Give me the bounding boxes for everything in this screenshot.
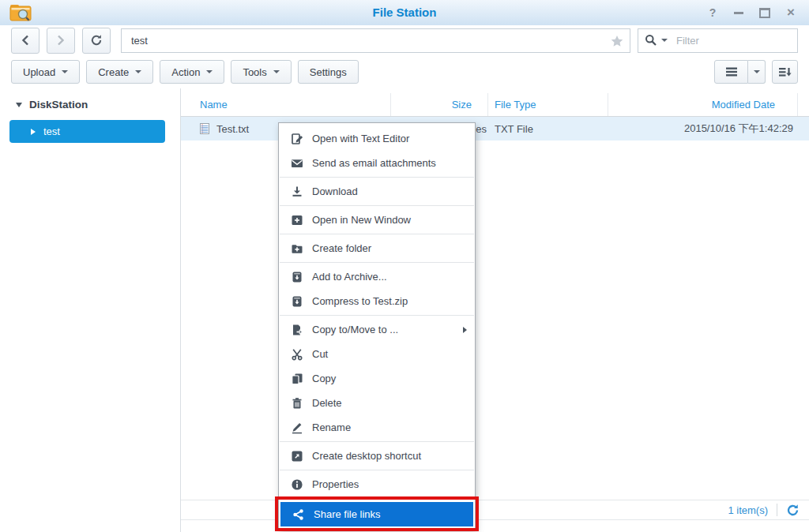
column-header-modified-date[interactable]: Modified Date	[608, 93, 798, 116]
chevron-down-icon	[135, 70, 141, 73]
sidebar-item-diskstation[interactable]: DiskStation	[0, 88, 180, 111]
refresh-button[interactable]	[82, 28, 111, 54]
menu-item-properties[interactable]: Properties	[279, 472, 475, 496]
file-name-label: Test.txt	[216, 123, 249, 135]
menu-item-download[interactable]: Download	[279, 179, 475, 204]
menu-item-label: Send as email attachments	[312, 157, 436, 169]
menu-item-label: Download	[312, 185, 358, 197]
back-button[interactable]	[11, 28, 40, 54]
menu-separator	[280, 234, 474, 234]
path-input[interactable]	[121, 28, 630, 53]
search-options-caret-icon[interactable]	[661, 39, 668, 42]
toolbar-button-label: Upload	[23, 66, 55, 78]
toolbar-button-create[interactable]: Create	[86, 60, 153, 84]
toolbar-button-upload[interactable]: Upload	[11, 60, 80, 84]
email-icon	[291, 157, 303, 170]
menu-separator	[280, 205, 474, 206]
item-count: 1 item(s)	[728, 504, 768, 516]
window-controls: ? ×	[707, 0, 796, 25]
menu-separator	[280, 470, 474, 470]
menu-item-label: Cut	[312, 348, 328, 360]
star-icon[interactable]	[611, 35, 623, 50]
column-header-filler	[798, 93, 809, 116]
archive-icon	[291, 295, 303, 308]
menu-item-label: Create desktop shortcut	[312, 450, 421, 462]
forward-button[interactable]	[47, 28, 75, 54]
column-header-size[interactable]: Size	[391, 93, 488, 116]
menu-separator	[280, 262, 474, 263]
download-icon	[291, 185, 303, 198]
filter-box	[638, 28, 798, 53]
sort-button[interactable]	[772, 60, 798, 84]
toolbar-button-action[interactable]: Action	[160, 60, 224, 84]
menu-item-send-as-email-attachments[interactable]: Send as email attachments	[279, 151, 475, 175]
search-icon[interactable]	[645, 34, 657, 47]
minimize-button[interactable]	[733, 6, 744, 19]
text-file-icon	[198, 122, 211, 135]
menu-item-label: Share file links	[314, 508, 381, 520]
view-controls	[714, 60, 798, 84]
menu-item-compress-to-test-zip[interactable]: Compress to Test.zip	[279, 289, 475, 313]
menu-item-share-file-links[interactable]: Share file links	[280, 502, 473, 526]
submenu-arrow-icon	[463, 327, 467, 333]
title-bar: File Station ? ×	[0, 0, 809, 25]
menu-item-create-folder[interactable]: Create folder	[279, 236, 475, 260]
toolbar-button-settings[interactable]: Settings	[298, 60, 359, 84]
navigation-bar	[0, 25, 809, 55]
filter-input[interactable]	[675, 34, 791, 47]
close-button[interactable]: ×	[785, 6, 796, 19]
menu-item-label: Delete	[312, 397, 342, 409]
shortcut-icon	[291, 450, 303, 463]
menu-item-rename[interactable]: Rename	[279, 415, 475, 440]
table-header: NameSizeFile TypeModified Date	[181, 93, 809, 117]
menu-item-label: Compress to Test.zip	[312, 295, 408, 307]
toolbar: UploadCreateActionToolsSettings	[0, 55, 809, 88]
menu-item-label: Add to Archive...	[312, 271, 387, 283]
sidebar-root-label: DiskStation	[29, 99, 88, 111]
maximize-button[interactable]	[759, 6, 770, 19]
menu-item-label: Copy	[312, 373, 336, 384]
chevron-down-icon	[16, 103, 22, 107]
toolbar-button-label: Tools	[243, 66, 266, 78]
menu-item-copy-to-move-to[interactable]: Copy to/Move to ...	[279, 317, 475, 342]
path-field-wrap	[121, 28, 630, 53]
menu-item-label: Copy to/Move to ...	[312, 324, 398, 335]
new-window-icon	[291, 214, 303, 227]
toolbar-button-label: Settings	[310, 66, 347, 78]
menu-item-open-with-text-editor[interactable]: Open with Text Editor	[279, 126, 475, 151]
menu-item-delete[interactable]: Delete	[279, 391, 475, 415]
cut-icon	[291, 348, 303, 361]
window-title: File Station	[0, 0, 809, 24]
view-options-button[interactable]	[748, 60, 766, 84]
menu-separator	[280, 177, 474, 178]
sidebar-item-test[interactable]: test	[9, 120, 165, 143]
menu-item-add-to-archive[interactable]: Add to Archive...	[279, 264, 475, 289]
edit-document-icon	[291, 133, 303, 145]
folder-tree-sidebar: DiskStation test	[0, 88, 181, 532]
menu-item-open-in-new-window[interactable]: Open in New Window	[279, 208, 475, 232]
status-refresh-button[interactable]	[786, 504, 800, 517]
share-icon	[292, 508, 305, 521]
help-button[interactable]: ?	[707, 6, 718, 19]
file-modified-cell: 2015/10/16 下午1:42:29	[608, 117, 798, 140]
chevron-right-icon	[31, 129, 36, 135]
context-menu: Open with Text EditorSend as email attac…	[278, 122, 476, 530]
file-list-pane: NameSizeFile TypeModified Date Test.txte…	[181, 88, 809, 532]
delete-icon	[291, 397, 303, 410]
menu-item-cut[interactable]: Cut	[279, 342, 475, 366]
toolbar-button-tools[interactable]: Tools	[231, 60, 291, 84]
table-row[interactable]: Test.txtesTXT File2015/10/16 下午1:42:29	[181, 117, 809, 140]
chevron-down-icon	[206, 70, 213, 73]
create-folder-icon	[291, 242, 303, 255]
status-bar: 1 item(s)	[181, 500, 809, 520]
copy-move-icon	[291, 324, 303, 336]
menu-separator	[280, 315, 474, 316]
list-view-button[interactable]	[714, 60, 748, 84]
column-header-name[interactable]: Name	[181, 93, 391, 116]
menu-item-create-desktop-shortcut[interactable]: Create desktop shortcut	[279, 444, 475, 468]
menu-item-copy[interactable]: Copy	[279, 366, 475, 391]
chevron-down-icon	[273, 70, 280, 73]
column-header-file-type[interactable]: File Type	[488, 93, 608, 116]
rename-icon	[291, 421, 303, 434]
menu-separator	[280, 441, 474, 442]
